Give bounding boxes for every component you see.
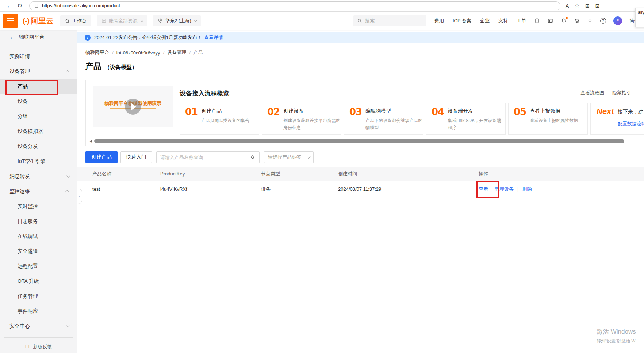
page-root: ← ↻ https://iot.console.aliyun.com/produ… [0,0,644,353]
chevron-up-icon [65,70,69,74]
sidebar-item-secure-tunnel[interactable]: 安全隧道 [0,244,77,259]
sidebar-item-product[interactable]: 产品 [0,79,77,94]
cell-product-name: test [77,186,160,192]
page-icon [34,3,39,8]
chevron-left-icon: ‹ [79,194,80,199]
breadcrumb-device-management[interactable]: 设备管理 [167,49,186,56]
banner-detail-link[interactable]: 查看详情 [204,34,223,41]
chevron-down-icon [307,155,311,159]
guide-step-next[interactable]: Next 接下来，建 配置数据流转 [590,103,644,135]
resources-icon [101,18,107,23]
guide-horizontal-scrollbar[interactable]: ◀ [89,139,644,143]
scrollbar-thumb[interactable] [94,139,624,143]
menu-icon[interactable] [3,14,18,28]
guide-step-view-data[interactable]: 05 查看上报数据 查看设备上报的属性数据 [508,103,588,135]
console-search-input[interactable] [365,18,420,23]
sidebar-item-instance-details[interactable]: 实例详情 [0,49,77,64]
aliyun-logo[interactable]: (-) 阿里云 [23,16,54,26]
notification-bell-icon[interactable] [561,18,567,24]
guide-step-edit-thing-model[interactable]: 03 编辑物模型 产品下的设备都会继承产品的物模型 [344,103,423,135]
breadcrumb-instance[interactable]: iot-06z00c0h9r6voyy [116,50,160,56]
play-icon[interactable] [125,99,141,115]
account-popup[interactable]: aliy [635,8,644,27]
view-flowchart-link[interactable]: 查看流程图 [580,90,604,96]
sidebar-item-group[interactable]: 分组 [0,109,77,124]
chevron-down-icon [140,18,144,22]
browser-profile-icon[interactable]: ⊡ [595,3,600,9]
sidebar-item-device-management[interactable]: 设备管理 [0,64,77,79]
hide-guide-link[interactable]: 隐藏指引 [612,90,631,96]
banner-text: 2024-01-22发布公告：企业版实例1月新功能发布！ [94,34,202,41]
sidebar-item-device-distribution[interactable]: 设备分发 [0,139,77,154]
breadcrumb-platform[interactable]: 物联网平台 [85,49,109,56]
aliyun-logo-icon: (-) [23,16,29,25]
browser-back-icon[interactable]: ← [4,3,15,9]
sidebar-back-title[interactable]: ← 物联网平台 [0,30,77,45]
avatar[interactable]: * [613,16,622,25]
info-icon: i [85,35,91,41]
nav-icp[interactable]: ICP 备案 [453,18,471,24]
column-header-created: 创建时间 [338,171,479,177]
sidebar: ← 物联网平台 实例详情 设备管理 产品 设备 分组 设备模拟器 设备分发 Io… [0,30,77,353]
sidebar-item-online-debug[interactable]: 在线调试 [0,229,77,244]
windows-activation-watermark: 激活 Windows 转到“设置”以激活 W [597,327,636,344]
sidebar-item-event-response[interactable]: 事件响应 [0,304,77,319]
cart-icon[interactable] [574,18,580,24]
nav-support[interactable]: 支持 [498,18,508,24]
workbench-button[interactable]: 工作台 [60,15,91,26]
sidebar-item-remote-config[interactable]: 远程配置 [0,259,77,274]
nav-tickets[interactable]: 工单 [517,18,526,24]
cell-product-key: i4u4VIKvRXf [160,186,261,192]
nav-billing[interactable]: 费用 [434,18,444,24]
sidebar-bottom-feedback[interactable]: ☐ 新版反馈 [0,343,77,350]
delete-action-link[interactable]: 删除 [522,186,532,193]
sidebar-item-device[interactable]: 设备 [0,94,77,109]
manage-devices-action-link[interactable]: 管理设备 [495,186,514,193]
app-icon[interactable] [534,18,540,24]
back-arrow-icon: ← [9,34,15,41]
product-tag-select[interactable]: 请选择产品标签 [264,151,314,163]
quickstart-button[interactable]: 快速入门 [120,151,152,163]
product-toolbar: 创建产品 快速入门 请选择产品标签 [85,151,644,163]
sidebar-item-log-service[interactable]: 日志服务 [0,214,77,229]
guide-step-device-development[interactable]: 04 设备端开发 集成Link SDK，开发设备端程序 [426,103,506,135]
product-search[interactable] [156,151,260,163]
guide-step-create-device[interactable]: 02 创建设备 创建设备获取连接平台所需的身份信息 [262,103,341,135]
notification-dot [566,17,568,19]
sidebar-item-message-forwarding[interactable]: 消息转发 [0,169,77,184]
address-bar[interactable]: https://iot.console.aliyun.com/product [29,1,560,10]
page-title: 产品 （设备模型） [85,61,644,72]
browser-refresh-icon[interactable]: ↻ [15,2,25,9]
guide-video-thumbnail[interactable]: 物联网平台物模型使用演示 [93,86,173,127]
sidebar-item-device-simulator[interactable]: 设备模拟器 [0,124,77,139]
sidebar-item-realtime-monitor[interactable]: 实时监控 [0,199,77,214]
column-header-name: 产品名称 [77,171,160,177]
breadcrumb-current: 产品 [193,49,203,56]
sidebar-item-security-center[interactable]: 安全中心 [0,319,77,334]
create-product-button[interactable]: 创建产品 [85,151,118,163]
sidebar-item-task-management[interactable]: 任务管理 [0,289,77,304]
product-search-input[interactable] [160,155,250,160]
read-aloud-icon[interactable]: A [566,3,569,9]
help-icon[interactable]: ? [600,18,606,24]
console-search[interactable] [353,15,426,26]
sidebar-item-iot-twin-engine[interactable]: IoT孪生引擎 [0,154,77,169]
account-resources-dropdown[interactable]: 账号全部资源 [97,15,147,26]
guide-step-create-product[interactable]: 01 创建产品 产品是同品类设备的集合 [180,103,259,135]
view-action-link[interactable]: 查看 [479,186,488,193]
nav-enterprise[interactable]: 企业 [480,18,490,24]
terminal-icon[interactable] [547,18,553,24]
sidebar-item-monitoring-ops[interactable]: 监控运维 [0,184,77,199]
browser-toolbar: ← ↻ https://iot.console.aliyun.com/produ… [0,0,644,12]
collections-icon[interactable]: ⊞ [585,3,590,9]
avatar-star-icon: * [617,18,619,24]
table-row: test i4u4VIKvRXf 设备 2024/03/07 11:37:29 … [77,181,644,198]
search-icon[interactable] [250,155,256,160]
configure-data-forwarding-link[interactable]: 配置数据流转 [618,121,644,127]
sidebar-item-ota-upgrade[interactable]: OTA 升级 [0,274,77,289]
favorites-icon[interactable]: ☆ [575,3,579,9]
scroll-left-icon: ◀ [89,139,92,143]
region-dropdown[interactable]: 华东2 (上海) [153,15,201,26]
sidebar-collapse-handle[interactable]: ‹ [77,189,82,204]
lightbulb-icon[interactable] [587,18,593,24]
